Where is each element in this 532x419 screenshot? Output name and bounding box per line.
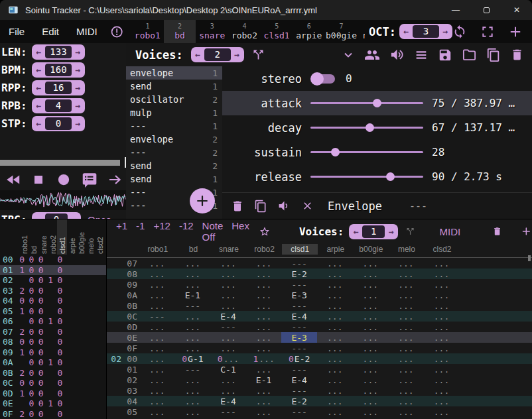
toolbar-button--12[interactable]: -12 [179, 220, 194, 243]
note-cell[interactable]: ... [388, 255, 424, 258]
order-row-04[interactable]: 040000 [0, 296, 106, 306]
play-forward-icon[interactable] [106, 172, 123, 188]
grid-track-header-snare[interactable]: snare [211, 244, 247, 255]
note-cell[interactable]: ... [388, 385, 424, 396]
note-cell[interactable]: ... [246, 364, 282, 375]
note-cell[interactable]: ... [424, 406, 460, 417]
note-cell[interactable]: ... [388, 332, 424, 343]
order-pattern-value[interactable]: 0 [17, 337, 27, 347]
param-increment[interactable]: → [72, 116, 84, 131]
note-cell[interactable]: ... [353, 385, 389, 396]
order-pattern-value[interactable]: 0 [55, 286, 64, 296]
unit-row-4[interactable]: ---1 [126, 119, 222, 133]
order-pattern-value[interactable]: 0 [27, 368, 36, 378]
grid-track-header-robo1[interactable]: robo1 [140, 244, 176, 255]
order-row-0D[interactable]: 0D1000 [0, 389, 106, 399]
stereo-toggle[interactable] [310, 72, 337, 86]
note-cell[interactable]: ... [388, 300, 424, 311]
note-cell[interactable]: 0E-2 [281, 353, 317, 364]
note-cell[interactable]: ... [246, 332, 282, 343]
order-pattern-value[interactable]: 0 [55, 368, 64, 378]
note-cell[interactable]: ... [139, 255, 175, 258]
delete-unit-icon[interactable] [231, 200, 244, 213]
order-pattern-value[interactable]: 0 [27, 306, 36, 316]
note-cell[interactable]: ... [317, 279, 353, 290]
order-pattern-value[interactable]: 0 [27, 357, 36, 367]
order-pattern-value[interactable]: 0 [55, 378, 64, 388]
order-pattern-value[interactable]: 0 [55, 327, 64, 337]
note-cell[interactable]: ... [353, 364, 389, 375]
order-pattern-value[interactable]: 0 [36, 286, 46, 296]
order-pattern-value[interactable]: 0 [55, 265, 64, 275]
order-pattern-value[interactable]: 0 [55, 357, 64, 367]
note-cell[interactable]: ... [424, 279, 460, 290]
tab-clsd1[interactable]: 5clsd1 [261, 20, 293, 43]
order-pattern-value[interactable]: 0 [55, 296, 64, 306]
param-increment[interactable]: → [72, 80, 84, 95]
param-spinner[interactable]: ←16→ [32, 80, 85, 95]
grid-track-header-clsd1[interactable]: clsd1 [282, 244, 318, 255]
order-track-header-robo2[interactable]: robo2 [49, 219, 57, 254]
midi-button[interactable]: MIDI [439, 226, 460, 237]
order-track-header-arpie[interactable]: arpie [68, 219, 76, 254]
note-cell[interactable]: ... [139, 375, 175, 385]
order-row-07[interactable]: 072000 [0, 327, 106, 337]
pattern-voices-decrement[interactable]: ← [350, 224, 362, 239]
order-row-01[interactable]: 011000 [0, 265, 106, 276]
order-pattern-value[interactable]: 2 [17, 368, 27, 378]
note-cell[interactable]: E-2 [281, 269, 317, 279]
note-cell[interactable]: ... [353, 300, 389, 311]
note-cell[interactable]: ... [139, 364, 175, 375]
order-pattern-value[interactable]: 0 [27, 327, 36, 337]
log-icon[interactable] [80, 171, 98, 188]
oct-decrement[interactable]: ← [400, 24, 413, 39]
note-cell[interactable]: ... [317, 290, 353, 300]
note-cell[interactable]: ... [388, 311, 424, 322]
unit-row-5[interactable]: envelope2 [126, 133, 222, 146]
note-cell[interactable]: ... [388, 364, 424, 375]
copy-icon[interactable] [486, 48, 501, 62]
delete-instrument-icon[interactable] [510, 48, 524, 62]
unit-row-6[interactable]: ---2 [126, 146, 222, 159]
note-cell[interactable]: --- [281, 322, 317, 332]
order-pattern-value[interactable]: 1 [46, 357, 55, 367]
note-cell[interactable]: 0G-1 [175, 353, 211, 364]
note-cell[interactable]: ... [175, 332, 211, 343]
stop-icon[interactable] [31, 172, 46, 188]
note-cell[interactable]: ... [210, 279, 246, 290]
order-pattern-value[interactable]: 0 [36, 409, 46, 419]
unit-row-3[interactable]: mulp1 [126, 106, 222, 119]
order-pattern-value[interactable]: 1 [17, 347, 27, 357]
order-pattern-value[interactable]: 0 [17, 378, 27, 388]
note-cell[interactable]: ... [353, 332, 389, 343]
toolbar-button-hex[interactable]: Hex [232, 220, 249, 243]
note-cell[interactable]: --- [139, 311, 175, 322]
note-cell[interactable]: ... [317, 255, 353, 258]
note-cell[interactable]: --- [281, 343, 317, 353]
note-cell[interactable]: ... [353, 258, 389, 269]
order-track-header-b00gie[interactable]: b00gie [78, 219, 86, 254]
unit-row-8[interactable]: send1 [126, 172, 222, 186]
order-track-header-clsd1[interactable]: clsd1 [58, 219, 66, 254]
note-cell[interactable]: ... [139, 258, 175, 269]
note-cell[interactable]: --- [281, 385, 317, 396]
note-cell[interactable]: ... [353, 375, 389, 385]
note-cell[interactable]: ... [139, 300, 175, 311]
order-row-0B[interactable]: 0B2000 [0, 368, 106, 379]
slider-knob[interactable] [366, 123, 374, 132]
note-cell[interactable]: E-4 [210, 311, 246, 322]
note-cell[interactable]: ... [388, 290, 424, 300]
toolbar-button-note-off[interactable]: Note Off [202, 220, 224, 243]
menu-icon[interactable] [414, 48, 429, 62]
order-pattern-value[interactable]: 0 [36, 357, 46, 367]
order-pattern-value[interactable]: 0 [55, 316, 64, 326]
note-cell[interactable]: G-3 [281, 255, 317, 258]
loop-sync-icon[interactable] [452, 25, 467, 39]
param-increment[interactable]: → [72, 62, 84, 78]
note-cell[interactable]: ... [317, 396, 353, 406]
order-row-0E[interactable]: 0E0010 [0, 398, 106, 409]
note-cell[interactable]: ... [317, 385, 353, 396]
note-cell[interactable]: ... [210, 385, 246, 396]
note-cell[interactable]: ... [388, 279, 424, 290]
note-cell[interactable]: ... [246, 290, 282, 300]
